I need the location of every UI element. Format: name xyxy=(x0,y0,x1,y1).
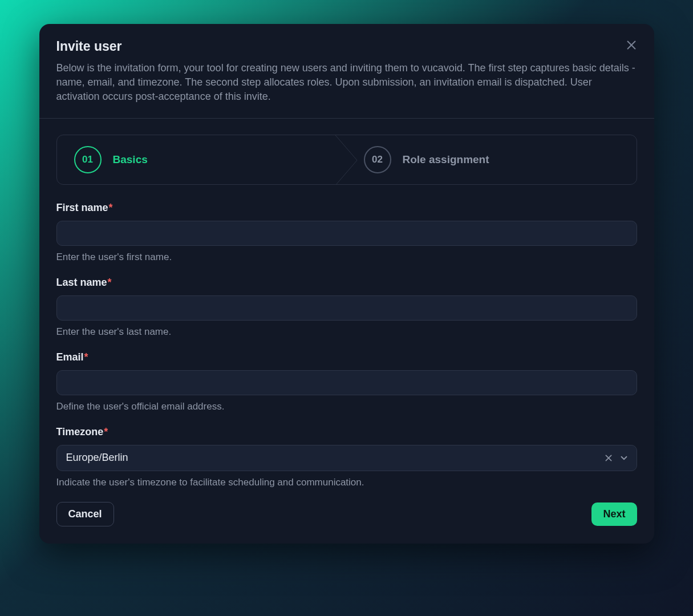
required-marker: * xyxy=(104,426,108,437)
email-input[interactable] xyxy=(56,370,637,395)
email-hint: Define the user's official email address… xyxy=(56,401,637,412)
next-button[interactable]: Next xyxy=(591,502,637,526)
close-button[interactable] xyxy=(623,38,639,54)
invite-user-modal: Invite user Below is the invitation form… xyxy=(39,24,654,544)
first-name-label: First name* xyxy=(56,202,637,214)
label-text: Last name xyxy=(56,277,107,288)
required-marker: * xyxy=(84,351,88,363)
modal-header: Invite user Below is the invitation form… xyxy=(39,24,654,118)
last-name-hint: Enter the user's last name. xyxy=(56,326,637,338)
field-email: Email* Define the user's official email … xyxy=(56,351,637,412)
select-icons xyxy=(604,445,629,471)
step-basics[interactable]: 01 Basics xyxy=(57,135,347,184)
first-name-input[interactable] xyxy=(56,221,637,246)
label-text: Email xyxy=(56,351,84,363)
field-last-name: Last name* Enter the user's last name. xyxy=(56,277,637,338)
timezone-hint: Indicate the user's timezone to facilita… xyxy=(56,477,637,488)
step-number-badge: 01 xyxy=(74,146,102,173)
first-name-hint: Enter the user's first name. xyxy=(56,252,637,263)
timezone-select[interactable]: Europe/Berlin xyxy=(56,445,637,471)
email-label: Email* xyxy=(56,351,637,363)
step-label: Role assignment xyxy=(403,153,489,166)
label-text: First name xyxy=(56,202,108,213)
stepper: 01 Basics 02 Role assignment xyxy=(56,135,637,185)
required-marker: * xyxy=(109,202,113,213)
last-name-input[interactable] xyxy=(56,295,637,321)
modal-footer: Cancel Next xyxy=(56,502,637,526)
label-text: Timezone xyxy=(56,426,104,437)
modal-description: Below is the invitation form, your tool … xyxy=(56,61,637,104)
modal-title: Invite user xyxy=(56,39,637,54)
step-role-assignment[interactable]: 02 Role assignment xyxy=(347,135,637,184)
clear-icon[interactable] xyxy=(604,453,613,463)
last-name-label: Last name* xyxy=(56,277,637,289)
timezone-label: Timezone* xyxy=(56,426,637,438)
step-number-badge: 02 xyxy=(364,146,391,173)
cancel-button[interactable]: Cancel xyxy=(56,502,114,526)
step-label: Basics xyxy=(113,153,148,166)
timezone-value: Europe/Berlin xyxy=(66,452,128,464)
chevron-down-icon[interactable] xyxy=(619,453,629,463)
field-timezone: Timezone* Europe/Berlin Indicate the use… xyxy=(56,426,637,488)
required-marker: * xyxy=(108,277,112,288)
field-first-name: First name* Enter the user's first name. xyxy=(56,202,637,263)
timezone-select-wrap: Europe/Berlin xyxy=(56,445,637,471)
close-icon xyxy=(625,39,638,53)
modal-body: 01 Basics 02 Role assignment First name*… xyxy=(39,119,654,544)
